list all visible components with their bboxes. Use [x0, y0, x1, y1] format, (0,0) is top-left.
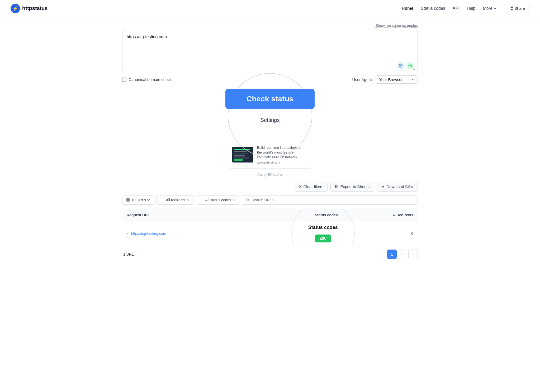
nav-status-codes[interactable]: Status codes — [421, 6, 445, 11]
ad-thumbnail — [232, 147, 253, 162]
url-input-icons — [397, 62, 414, 69]
check-circle-icon — [408, 64, 412, 68]
table-header: Request URL Status codes Redirects — [122, 209, 418, 221]
settings-link[interactable]: Settings — [260, 113, 280, 127]
url-input[interactable]: https://sg-testing.com — [127, 35, 413, 66]
ad-code-preview — [232, 147, 253, 162]
options-row: Canonical domain check User Agent: Your … — [122, 75, 418, 84]
cell-status: Status codes 200 — [245, 221, 342, 246]
svg-rect-18 — [127, 200, 128, 201]
chevron-left-icon — [401, 253, 404, 256]
status-badge: 200 — [315, 235, 331, 242]
page-next-button[interactable] — [408, 250, 418, 259]
show-examples-link[interactable]: Show me some examples — [376, 23, 418, 28]
table-row: › https://sg-testing.com Status codes 20… — [122, 221, 418, 246]
expand-row-button[interactable]: › — [127, 231, 128, 236]
ad-block: Build real-time interactions on the worl… — [228, 141, 312, 169]
ad-description: Build real-time interactions on the worl… — [257, 145, 308, 160]
nav-more[interactable]: More — [483, 6, 497, 11]
svg-rect-16 — [127, 199, 128, 200]
export-to-sheets-button[interactable]: Export to Sheets — [330, 182, 374, 192]
clear-filters-button[interactable]: Clear filters — [294, 182, 328, 192]
header: ⚡ httpstatus Home Status codes API Help … — [0, 0, 540, 17]
cell-url: › https://sg-testing.com — [122, 221, 245, 246]
svg-line-6 — [510, 9, 511, 9]
grid-icon — [126, 198, 130, 202]
svg-rect-19 — [128, 200, 129, 201]
url-filters-row: 10 URLs All redirects All status codes — [122, 195, 418, 205]
download-icon — [381, 185, 385, 188]
pin-icon — [399, 64, 403, 68]
ad-url: www.pubnub.com — [257, 161, 308, 164]
x-icon — [298, 185, 302, 188]
search-icon — [246, 198, 250, 202]
chevron-down-icon — [494, 7, 497, 9]
user-agent-select[interactable]: Your Browser Googlebot Chrome Firefox Sa… — [376, 75, 418, 84]
sheets-icon — [335, 185, 339, 188]
svg-point-3 — [509, 8, 510, 9]
logo-icon: ⚡ — [11, 4, 20, 13]
request-url-link[interactable]: https://sg-testing.com — [131, 231, 166, 236]
nav-api[interactable]: API — [453, 6, 460, 11]
show-examples-row: Show me some examples — [122, 23, 418, 28]
svg-line-21 — [248, 200, 249, 201]
nav-home[interactable]: Home — [402, 6, 413, 11]
chevron-down-icon — [147, 199, 150, 201]
svg-text:⚡: ⚡ — [12, 6, 18, 11]
main-content: Show me some examples https://sg-testing… — [112, 17, 428, 265]
svg-point-8 — [400, 65, 401, 66]
logo-text: httpstatus — [22, 5, 48, 11]
check-status-button[interactable]: Check status — [225, 89, 315, 109]
svg-line-5 — [510, 7, 511, 8]
canonical-domain-check[interactable] — [122, 78, 126, 82]
results-section: Request URL Status codes Redirects › htt… — [122, 209, 418, 259]
canonical-domain-check-label[interactable]: Canonical domain check — [122, 77, 172, 82]
col-request-url: Request URL — [122, 209, 245, 221]
col-status-codes: Status codes — [245, 209, 342, 221]
sort-icon — [392, 213, 395, 217]
chevron-right-icon — [412, 253, 414, 256]
chevron-down-icon-3 — [233, 199, 235, 201]
chevron-down-icon-2 — [187, 199, 190, 201]
main-nav: Home Status codes API Help More Share — [402, 4, 529, 13]
ads-label: Ads by EthicalAds — [122, 173, 418, 176]
status-codes-filter[interactable]: All status codes — [196, 195, 239, 205]
share-icon — [509, 6, 513, 11]
filter-icon — [160, 198, 164, 202]
svg-rect-17 — [128, 199, 129, 200]
svg-point-4 — [511, 9, 513, 10]
total-urls-label: 1 URL — [123, 252, 134, 256]
search-urls-input[interactable] — [252, 198, 414, 202]
search-urls-container — [242, 195, 418, 205]
col-redirects: Redirects — [342, 209, 418, 221]
svg-point-2 — [511, 7, 513, 8]
nav-help[interactable]: Help — [467, 6, 476, 11]
cell-redirects: 0 — [342, 221, 418, 246]
share-button[interactable]: Share — [504, 4, 529, 13]
status-codes-spotlight-title: Status codes — [308, 225, 338, 230]
resize-handle: ⠿ — [413, 67, 416, 71]
page-prev-button[interactable] — [398, 250, 407, 259]
results-table: Request URL Status codes Redirects › htt… — [122, 209, 418, 246]
table-footer: 1 URL 1 — [122, 246, 418, 259]
url-count-filter[interactable]: 10 URLs — [122, 195, 154, 205]
svg-point-20 — [247, 199, 249, 201]
page-1-button[interactable]: 1 — [387, 250, 397, 259]
filter-icon-2 — [200, 198, 204, 202]
table-body: › https://sg-testing.com Status codes 20… — [122, 221, 418, 246]
filter-toolbar: Clear filters Export to Sheets Download … — [122, 182, 418, 192]
pagination: 1 — [387, 250, 418, 259]
url-input-box: https://sg-testing.com ⠿ — [122, 30, 418, 72]
redirects-filter[interactable]: All redirects — [157, 195, 193, 205]
logo-area: ⚡ httpstatus — [11, 4, 48, 13]
ad-content: Build real-time interactions on the worl… — [257, 145, 308, 164]
download-csv-button[interactable]: Download CSV — [377, 182, 418, 192]
url-icon-1[interactable] — [397, 62, 404, 69]
user-agent-row: User Agent: Your Browser Googlebot Chrom… — [352, 75, 418, 84]
